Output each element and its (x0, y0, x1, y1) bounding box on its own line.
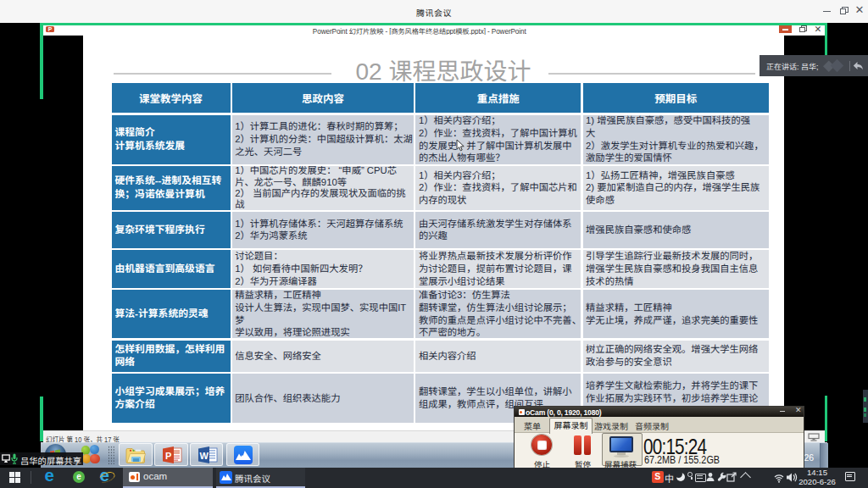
svg-text:W: W (199, 451, 209, 461)
svg-text:P: P (165, 451, 171, 461)
